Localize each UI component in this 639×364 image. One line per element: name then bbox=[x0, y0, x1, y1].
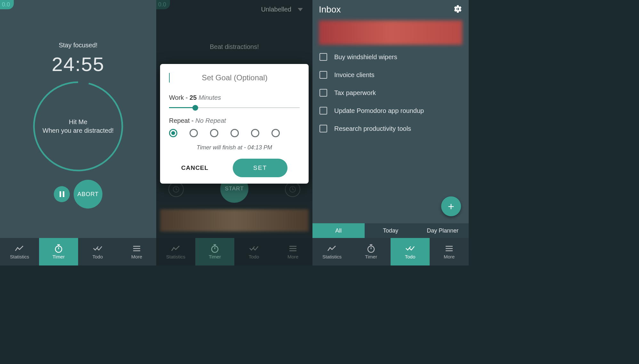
nav-statistics-label: Statistics bbox=[322, 254, 342, 259]
timer-setup-body: Unlabelled Beat distractions! START Work… bbox=[156, 0, 312, 238]
chevron-down-icon bbox=[298, 8, 303, 11]
nav-timer-label: Timer bbox=[365, 254, 377, 259]
timer-body: Stay focused! 24:55 Hit Me When you are … bbox=[0, 0, 156, 238]
menu-icon bbox=[444, 244, 454, 253]
nav-more[interactable]: More bbox=[430, 238, 469, 265]
todo-filter-tabs: All Today Day Planner bbox=[312, 223, 469, 238]
menu-icon bbox=[288, 244, 298, 253]
checkbox[interactable] bbox=[320, 71, 327, 79]
work-row: Work - 25Minutes bbox=[169, 94, 300, 101]
abort-button[interactable]: ABORT bbox=[74, 180, 102, 209]
repeat-option-0[interactable] bbox=[169, 129, 177, 137]
nav-todo[interactable]: Todo bbox=[234, 238, 273, 265]
nav-more[interactable]: More bbox=[273, 238, 312, 265]
checkbox[interactable] bbox=[320, 53, 327, 61]
list-item[interactable]: Update Pomodoro app roundup bbox=[312, 102, 469, 120]
prev-circle-button[interactable] bbox=[168, 182, 184, 197]
repeat-option-4[interactable] bbox=[251, 129, 259, 137]
work-duration-slider[interactable] bbox=[169, 107, 300, 108]
repeat-option-2[interactable] bbox=[210, 129, 218, 137]
set-goal-dialog: Work - 25Minutes Repeat - No Repeat Time… bbox=[160, 64, 309, 184]
todo-label: Tax paperwork bbox=[334, 89, 376, 97]
work-value: 25 bbox=[190, 94, 197, 101]
next-circle-button[interactable] bbox=[285, 182, 300, 197]
slider-thumb-icon[interactable] bbox=[192, 105, 198, 111]
svg-point-0 bbox=[34, 82, 122, 170]
svg-line-10 bbox=[176, 189, 177, 190]
nav-timer[interactable]: Timer bbox=[39, 238, 78, 265]
nav-more-label: More bbox=[287, 254, 298, 259]
repeat-value: No Repeat bbox=[195, 117, 226, 124]
nav-statistics-label: Statistics bbox=[166, 254, 185, 259]
goal-input[interactable] bbox=[170, 73, 300, 83]
nav-timer-label: Timer bbox=[53, 254, 65, 259]
repeat-radio-group bbox=[169, 129, 300, 137]
statistics-icon bbox=[171, 244, 181, 253]
ad-banner[interactable] bbox=[319, 20, 462, 45]
beat-heading: Beat distractions! bbox=[156, 43, 312, 51]
finish-time-text: Timer will finish at - 04:13 PM bbox=[169, 144, 300, 151]
nav-todo-label: Todo bbox=[249, 254, 259, 259]
checkbox[interactable] bbox=[320, 89, 327, 97]
todo-list: Buy windshield wipers Invoice clients Ta… bbox=[312, 48, 469, 138]
screen-timer-running: 0.0 Stay focused! 24:55 Hit Me When you … bbox=[0, 0, 156, 265]
pause-icon bbox=[60, 191, 64, 197]
nav-more-label: More bbox=[444, 254, 455, 259]
nav-todo-label: Todo bbox=[405, 254, 416, 259]
ad-banner[interactable] bbox=[160, 209, 309, 232]
bottom-nav: Statistics Timer Todo More bbox=[0, 238, 156, 265]
list-item[interactable]: Research productivity tools bbox=[312, 120, 469, 138]
repeat-option-1[interactable] bbox=[190, 129, 198, 137]
nav-more[interactable]: More bbox=[117, 238, 156, 265]
filter-tab-all[interactable]: All bbox=[312, 223, 365, 238]
pause-button[interactable] bbox=[54, 186, 70, 202]
focus-heading: Stay focused! bbox=[59, 42, 97, 49]
list-item[interactable]: Buy windshield wipers bbox=[312, 48, 469, 66]
set-button[interactable]: SET bbox=[233, 159, 287, 177]
list-item[interactable]: Tax paperwork bbox=[312, 84, 469, 102]
checkbox[interactable] bbox=[320, 107, 327, 115]
nav-timer-label: Timer bbox=[209, 254, 221, 259]
list-item[interactable]: Invoice clients bbox=[312, 66, 469, 84]
distraction-circle[interactable]: Hit Me When you are distracted! bbox=[32, 80, 125, 173]
todo-label: Research productivity tools bbox=[334, 125, 411, 132]
goal-input-wrap bbox=[169, 73, 300, 83]
stopwatch-icon bbox=[210, 244, 220, 253]
screen-set-goal-dialog: 0.0 Unlabelled Beat distractions! START … bbox=[156, 0, 312, 265]
nav-more-label: More bbox=[131, 254, 142, 259]
nav-timer[interactable]: Timer bbox=[352, 238, 391, 265]
bottom-nav: Statistics Timer Todo More bbox=[156, 238, 312, 265]
todo-checks-icon bbox=[249, 244, 259, 253]
nav-timer[interactable]: Timer bbox=[195, 238, 234, 265]
stopwatch-icon bbox=[366, 244, 376, 253]
todo-checks-icon bbox=[405, 244, 415, 253]
nav-statistics[interactable]: Statistics bbox=[156, 238, 195, 265]
nav-statistics[interactable]: Statistics bbox=[0, 238, 39, 265]
screen-todo-inbox: Inbox Buy windshield wipers Invoice clie… bbox=[312, 0, 469, 265]
stopwatch-icon bbox=[54, 244, 63, 253]
progress-ring-icon bbox=[32, 80, 125, 173]
nav-todo[interactable]: Todo bbox=[78, 238, 117, 265]
gear-icon bbox=[453, 4, 462, 13]
checkbox[interactable] bbox=[320, 125, 327, 132]
repeat-prefix: Repeat - bbox=[169, 117, 195, 124]
add-task-button[interactable]: + bbox=[441, 196, 461, 216]
svg-line-13 bbox=[293, 189, 294, 190]
todo-label: Buy windshield wipers bbox=[334, 53, 397, 61]
filter-tab-day-planner[interactable]: Day Planner bbox=[417, 223, 469, 238]
todo-label: Invoice clients bbox=[334, 71, 375, 79]
label-dropdown[interactable]: Unlabelled bbox=[261, 6, 303, 13]
nav-statistics[interactable]: Statistics bbox=[312, 238, 352, 265]
menu-icon bbox=[132, 244, 142, 253]
repeat-option-3[interactable] bbox=[231, 129, 239, 137]
slider-fill bbox=[169, 107, 195, 108]
statistics-icon bbox=[327, 244, 337, 253]
repeat-option-5[interactable] bbox=[271, 129, 280, 137]
nav-todo[interactable]: Todo bbox=[391, 238, 430, 265]
timer-controls: ABORT bbox=[54, 180, 102, 209]
cancel-button[interactable]: CANCEL bbox=[181, 164, 208, 171]
filter-tab-today[interactable]: Today bbox=[365, 223, 417, 238]
repeat-row: Repeat - No Repeat bbox=[169, 117, 300, 124]
todo-label: Update Pomodoro app roundup bbox=[334, 107, 424, 115]
settings-button[interactable] bbox=[452, 4, 462, 15]
